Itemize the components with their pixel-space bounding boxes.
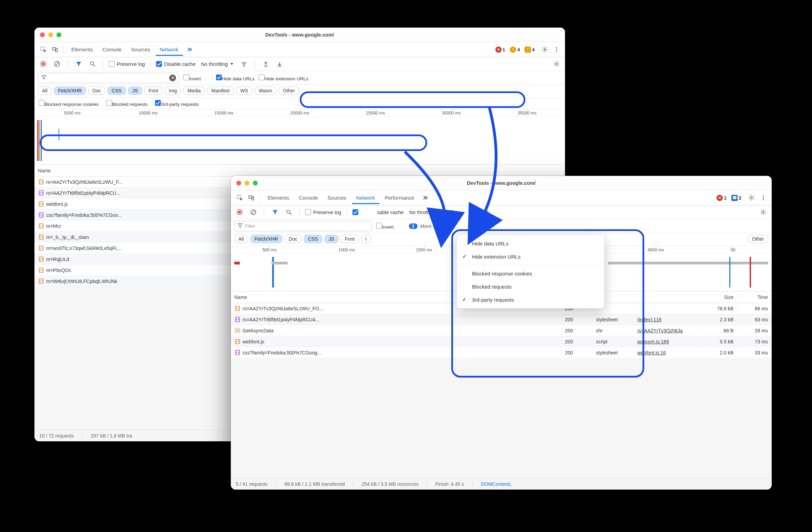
issues-badge[interactable]: !4 xyxy=(525,47,535,53)
download-icon[interactable] xyxy=(275,59,285,69)
chip-img[interactable]: Img xyxy=(165,87,181,95)
close-icon[interactable] xyxy=(40,32,45,37)
funnel-icon[interactable] xyxy=(270,207,280,218)
more-filters-dropdown[interactable]: 2 More filters xyxy=(409,223,451,229)
inspect-icon[interactable] xyxy=(234,193,245,203)
chip-doc[interactable]: Doc xyxy=(88,87,105,95)
invert-checkbox[interactable]: Invert xyxy=(183,74,201,81)
search-icon[interactable] xyxy=(87,59,97,69)
kebab-icon[interactable] xyxy=(758,193,768,203)
more-tabs-icon[interactable] xyxy=(184,44,195,55)
chip-js[interactable]: JS xyxy=(128,87,142,95)
chip-other[interactable]: Other xyxy=(748,235,768,243)
blocked-requests-checkbox[interactable]: Blocked requests xyxy=(106,100,148,107)
tab-console[interactable]: Console xyxy=(295,191,322,204)
chip-fetchxhr[interactable]: Fetch/XHR xyxy=(54,87,86,95)
kebab-icon[interactable] xyxy=(551,44,562,55)
errors-badge[interactable]: ✕1 xyxy=(717,195,727,201)
minimize-icon[interactable] xyxy=(245,181,249,185)
menu-item-blocked-response-cookies[interactable]: Blocked response cookies xyxy=(457,267,604,280)
search-icon[interactable] xyxy=(284,207,294,218)
column-size[interactable]: Size xyxy=(703,294,737,300)
upload-icon[interactable] xyxy=(469,207,479,218)
invert-checkbox[interactable]: Invert xyxy=(376,223,394,230)
record-icon[interactable] xyxy=(234,207,245,218)
cell-initiator[interactable]: (index):116 xyxy=(634,317,703,322)
waterfall-overview[interactable] xyxy=(34,117,565,165)
warnings-badge[interactable]: !4 xyxy=(510,47,520,53)
chip-js[interactable]: JS xyxy=(325,235,338,243)
chip-fetchxhr[interactable]: Fetch/XHR xyxy=(250,235,282,243)
gear-icon[interactable] xyxy=(758,207,768,218)
throttling-select[interactable]: No throttling xyxy=(407,209,444,216)
wifi-icon[interactable] xyxy=(239,59,249,69)
preserve-log-checkbox[interactable]: Preserve log xyxy=(109,61,145,67)
menu-item-blocked-requests[interactable]: Blocked requests xyxy=(457,280,604,293)
cell-initiator[interactable]: popcorn.js:169 xyxy=(634,339,703,344)
chip-other[interactable]: Other xyxy=(279,87,299,95)
close-icon[interactable] xyxy=(236,181,241,185)
download-icon[interactable] xyxy=(483,207,493,218)
disable-cache-checkbox[interactable]: Disable cache xyxy=(156,61,195,67)
gear-icon[interactable] xyxy=(551,59,562,69)
table-row[interactable]: GetAsyncData200xhrrs=AA2YrTv3Qzh6Ja68 B2… xyxy=(231,325,772,336)
chip-css[interactable]: CSS xyxy=(107,87,126,95)
chip-doc[interactable]: Doc xyxy=(285,235,301,243)
tab-performance[interactable]: Performance xyxy=(381,191,419,204)
messages-badge[interactable]: 💬2 xyxy=(731,195,741,201)
device-icon[interactable] xyxy=(246,193,256,203)
tab-elements[interactable]: Elements xyxy=(67,43,97,56)
chip-manifest[interactable]: Manifest xyxy=(207,87,234,95)
chip-all[interactable]: All xyxy=(234,235,248,243)
chip-all[interactable]: All xyxy=(38,87,52,95)
tab-console[interactable]: Console xyxy=(99,43,126,56)
upload-icon[interactable] xyxy=(261,59,271,69)
wifi-icon[interactable] xyxy=(447,207,458,218)
cell-initiator[interactable]: webfont.js:16 xyxy=(634,350,703,355)
device-icon[interactable] xyxy=(50,44,60,55)
chip-font[interactable]: Font xyxy=(341,235,359,243)
filter-input[interactable]: Filter xyxy=(234,221,372,231)
tab-elements[interactable]: Elements xyxy=(264,191,294,204)
menu-item-3rd-party-requests[interactable]: 3rd-party requests xyxy=(457,293,604,306)
filter-input[interactable]: ✕ xyxy=(38,73,179,83)
hide-data-urls-checkbox[interactable]: Hide data URLs xyxy=(216,74,255,81)
tab-network[interactable]: Network xyxy=(352,191,379,204)
zoom-icon[interactable] xyxy=(56,32,61,37)
clear-icon[interactable] xyxy=(248,207,258,218)
gear-icon[interactable] xyxy=(539,44,550,55)
throttling-select[interactable]: No throttling xyxy=(199,60,235,68)
cell-initiator[interactable]: rs=AA2YrTv3Qzh6Ja xyxy=(634,328,703,333)
disable-cache-checkbox[interactable]: sable cache xyxy=(352,209,403,215)
more-tabs-icon[interactable] xyxy=(420,193,430,203)
zoom-icon[interactable] xyxy=(253,181,258,185)
errors-badge[interactable]: ✕1 xyxy=(495,47,505,53)
clear-icon[interactable] xyxy=(52,59,62,69)
chip-media[interactable]: Media xyxy=(183,87,205,95)
tab-sources[interactable]: Sources xyxy=(323,191,351,204)
column-name[interactable]: Name xyxy=(34,168,565,173)
inspect-icon[interactable] xyxy=(38,44,48,55)
chip-i[interactable]: I xyxy=(361,235,371,243)
blocked-response-cookies-checkbox[interactable]: Blocked response cookies xyxy=(39,100,99,107)
chip-css[interactable]: CSS xyxy=(304,235,322,243)
clear-filter-icon[interactable]: ✕ xyxy=(169,74,176,81)
hide-extension-urls-checkbox[interactable]: Hide extension URLs xyxy=(259,74,308,81)
minimize-icon[interactable] xyxy=(48,32,53,37)
menu-item-hide-extension-urls[interactable]: Hide extension URLs xyxy=(457,250,604,263)
chip-font[interactable]: Font xyxy=(144,87,162,95)
funnel-icon[interactable] xyxy=(73,59,84,69)
preserve-log-checkbox[interactable]: Preserve log xyxy=(305,209,341,215)
tab-network[interactable]: Network xyxy=(156,43,183,56)
more-filters-menu[interactable]: Hide data URLsHide extension URLsBlocked… xyxy=(456,234,605,309)
third-party-requests-checkbox[interactable]: 3rd-party requests xyxy=(155,100,199,107)
table-row[interactable]: webfont.js200scriptpopcorn.js:1695.5 kB7… xyxy=(231,336,772,347)
gear-icon[interactable] xyxy=(746,193,757,203)
record-icon[interactable] xyxy=(38,59,48,69)
chip-wasm[interactable]: Wasm xyxy=(255,87,276,95)
table-row[interactable]: rs=AA2YrTt6lf9d1pi4yP4MpRCU4...200styles… xyxy=(231,314,772,325)
tab-sources[interactable]: Sources xyxy=(127,43,154,56)
column-time[interactable]: Time xyxy=(737,294,772,300)
table-row[interactable]: css?family=Fredoka:500%7CGoog...200style… xyxy=(231,347,772,358)
chip-ws[interactable]: WS xyxy=(236,87,253,95)
